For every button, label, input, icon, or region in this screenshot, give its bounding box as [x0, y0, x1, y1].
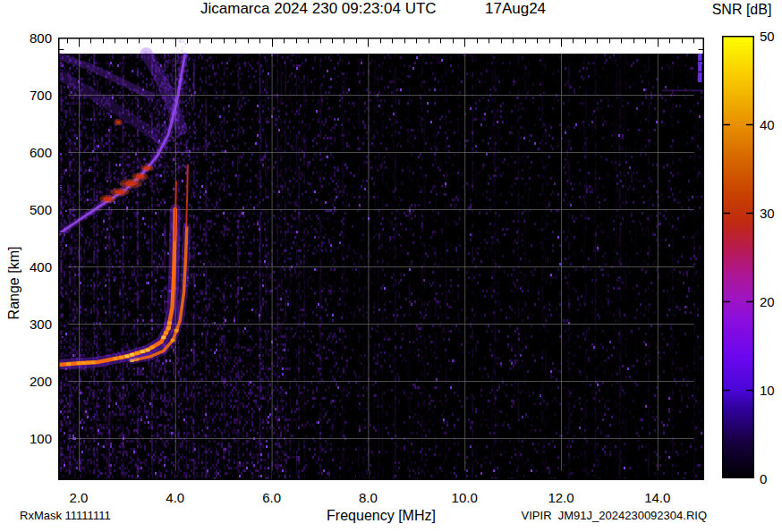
y-tick-label: 300 [11, 317, 52, 332]
x-axis-label: Frequency [MHz] [292, 509, 471, 524]
colorbar-gradient [722, 36, 754, 478]
colorbar-tick-label: 40 [760, 117, 775, 132]
colorbar-tick-label: 20 [760, 294, 775, 309]
colorbar-tick-label: 30 [760, 206, 775, 221]
ionogram-figure: Jicamarca 2024 230 09:23:04 UTC 17Aug24 … [0, 0, 782, 532]
x-tick-label: 14.0 [636, 490, 679, 505]
x-tick-label: 8.0 [346, 490, 389, 505]
plot-title: Jicamarca 2024 230 09:23:04 UTC [200, 1, 437, 17]
datafile-label: VIPIR JM91J_2024230092304.RIQ [522, 510, 707, 522]
y-tick-label: 800 [11, 30, 52, 46]
y-tick-label: 600 [11, 145, 52, 160]
x-tick-label: 12.0 [540, 490, 582, 505]
y-tick-label: 100 [11, 431, 52, 446]
y-tick-label: 400 [11, 259, 52, 274]
rxmask-label: RxMask 11111111 [20, 510, 111, 522]
colorbar-tick-label: 10 [760, 383, 775, 398]
y-tick-label: 500 [11, 202, 52, 217]
colorbar-title: SNR [dB] [703, 3, 780, 18]
colorbar-tick-label: 0 [760, 471, 767, 486]
x-tick-label: 6.0 [251, 490, 293, 505]
y-tick-label: 200 [11, 374, 52, 389]
ionogram-heatmap [58, 38, 704, 480]
colorbar-tick-label: 50 [760, 29, 775, 44]
x-tick-label: 2.0 [57, 490, 100, 505]
plot-date: 17Aug24 [485, 1, 546, 17]
y-tick-label: 700 [11, 88, 52, 103]
x-tick-label: 10.0 [443, 490, 486, 505]
x-tick-label: 4.0 [154, 490, 197, 505]
